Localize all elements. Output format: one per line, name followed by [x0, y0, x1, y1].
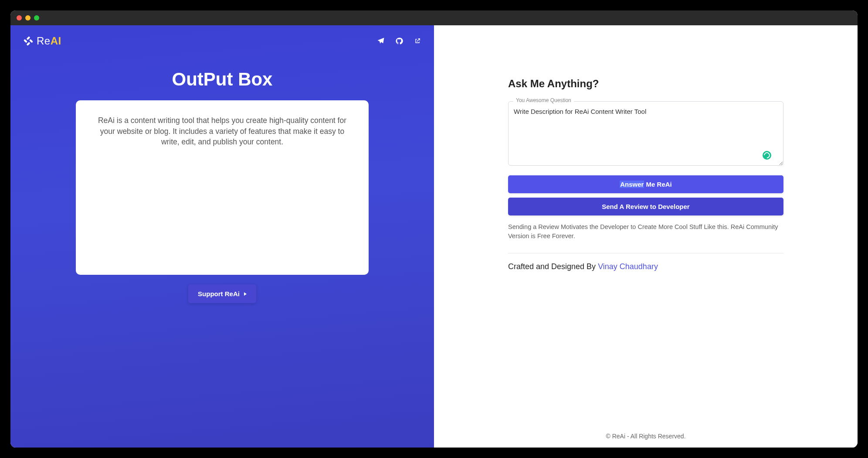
- header-bar: ReAI: [19, 35, 425, 47]
- app-content: ReAI OutPut Box ReAi is a: [10, 25, 858, 448]
- output-text: ReAi is a content writing tool that help…: [92, 115, 353, 147]
- crafted-prefix: Crafted and Designed By: [508, 262, 598, 271]
- footer-text: © ReAi - All Rights Reserved.: [606, 433, 685, 440]
- review-button[interactable]: Send A Review to Developer: [508, 198, 783, 215]
- window-close-button[interactable]: [17, 15, 22, 21]
- output-box: ReAi is a content writing tool that help…: [76, 100, 368, 275]
- support-button[interactable]: Support ReAi: [188, 284, 256, 303]
- footer: © ReAi - All Rights Reserved.: [434, 426, 858, 448]
- question-input[interactable]: [508, 101, 783, 166]
- form-area: Ask Me Anything? You Awesome Question An…: [434, 25, 858, 426]
- external-link-icon[interactable]: [413, 37, 422, 45]
- review-button-label: Send A Review to Developer: [602, 203, 689, 210]
- input-panel: Ask Me Anything? You Awesome Question An…: [434, 25, 858, 448]
- question-legend: You Awesome Question: [513, 97, 574, 103]
- svg-rect-1: [26, 42, 30, 46]
- brand-text: ReAI: [37, 35, 61, 47]
- github-icon[interactable]: [395, 37, 403, 45]
- browser-window: ReAI OutPut Box ReAi is a: [10, 10, 858, 448]
- ask-heading: Ask Me Anything?: [508, 78, 783, 90]
- window-titlebar: [10, 10, 858, 25]
- review-note: Sending a Review Motivates the Developer…: [508, 222, 783, 241]
- answer-button-rest: Me ReAi: [644, 181, 671, 188]
- answer-button[interactable]: Answer Me ReAi: [508, 175, 783, 193]
- brand-logo[interactable]: ReAI: [23, 35, 61, 47]
- crafted-by: Crafted and Designed By Vinay Chaudhary: [508, 262, 783, 271]
- svg-rect-3: [29, 39, 33, 43]
- output-area: OutPut Box ReAi is a content writing too…: [19, 47, 425, 430]
- header-icons: [376, 37, 422, 45]
- svg-rect-0: [26, 36, 30, 40]
- window-minimize-button[interactable]: [25, 15, 31, 21]
- output-title: OutPut Box: [172, 69, 273, 90]
- divider: [508, 253, 783, 253]
- play-icon: [244, 292, 247, 296]
- developer-link[interactable]: Vinay Chaudhary: [598, 262, 658, 271]
- telegram-icon[interactable]: [376, 37, 385, 45]
- svg-rect-2: [24, 39, 27, 43]
- window-maximize-button[interactable]: [34, 15, 39, 21]
- question-field: You Awesome Question: [508, 101, 783, 167]
- output-panel: ReAI OutPut Box ReAi is a: [10, 25, 434, 448]
- support-button-label: Support ReAi: [198, 290, 240, 297]
- answer-button-highlight: Answer: [620, 181, 644, 188]
- grammarly-icon[interactable]: [763, 151, 771, 160]
- logo-icon: [23, 35, 34, 47]
